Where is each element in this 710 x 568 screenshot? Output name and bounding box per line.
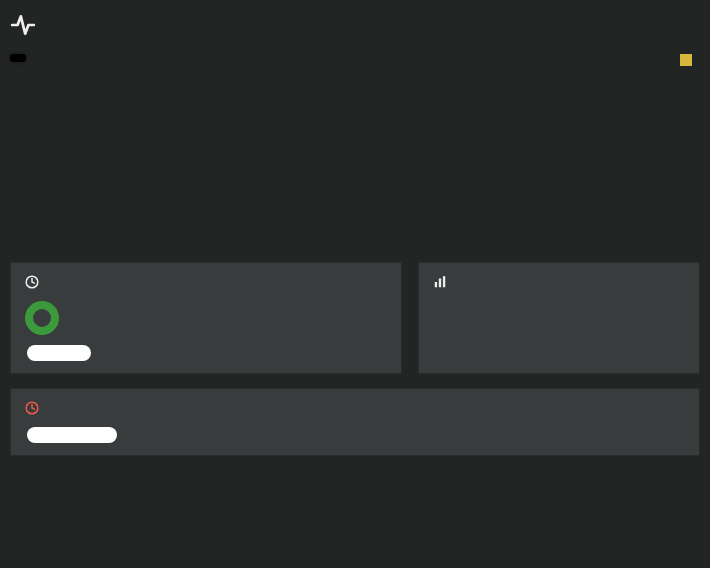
status-up-icon — [25, 301, 59, 335]
svg-rect-2 — [439, 279, 441, 288]
activity-icon — [10, 12, 36, 38]
current-status-panel — [10, 262, 402, 374]
clock-icon — [25, 401, 39, 415]
chart-legend — [680, 54, 696, 66]
bars-icon — [433, 275, 447, 289]
legend-swatch — [680, 54, 692, 66]
status-since — [25, 345, 387, 361]
svg-rect-3 — [443, 276, 445, 287]
clock-icon — [25, 275, 39, 289]
page-header — [10, 12, 700, 38]
downtime-panel — [10, 388, 700, 456]
uptime-panel — [418, 262, 700, 374]
svg-rect-1 — [435, 282, 437, 287]
redacted-date — [27, 345, 91, 361]
response-chart — [10, 54, 700, 254]
chart-tooltip — [10, 54, 26, 62]
redacted-date — [27, 427, 117, 443]
